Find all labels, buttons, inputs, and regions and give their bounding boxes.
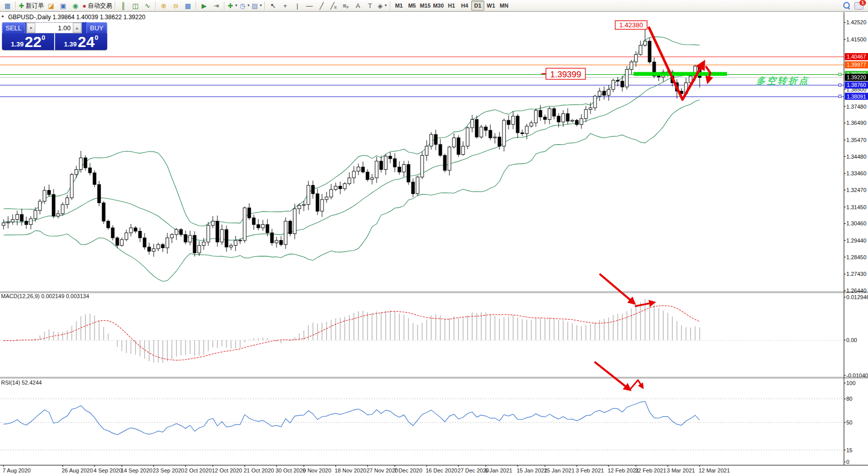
volume-decrease-button[interactable]: ▼ [27, 23, 35, 33]
timeframe-button-d1[interactable]: D1 [471, 1, 484, 11]
fibonacci-icon[interactable]: ≡F [340, 1, 352, 11]
notification-count-badge: 1 [859, 0, 866, 6]
line-handle[interactable] [839, 84, 841, 86]
text-tool-icon: A [356, 3, 360, 9]
svg-text:15: 15 [846, 447, 852, 453]
bar-chart-icon[interactable]: ║ [117, 1, 129, 11]
peak-price-label[interactable]: 1.42380 [615, 21, 647, 29]
support-zone-band[interactable] [633, 72, 727, 76]
sell-price[interactable]: 1.39 22 0 [2, 33, 54, 50]
shapes-button[interactable]: ◈▾ [376, 1, 388, 11]
rsi-line [4, 401, 700, 435]
add-indicator-button: ✚ [227, 3, 233, 9]
dropdown-caret-icon[interactable]: ▾ [260, 4, 262, 8]
zoom-in-icon[interactable]: ⊕ [158, 1, 170, 11]
svg-text:1.34480: 1.34480 [846, 154, 866, 160]
line-handle[interactable] [839, 73, 841, 76]
sell-price-pip: 0 [41, 34, 45, 41]
auto-scroll-icon: ▶ [202, 3, 207, 9]
new-chart-icon[interactable]: ▦ [2, 1, 14, 11]
price-chart[interactable]: 1.425201.415001.385001.374801.364901.354… [0, 0, 868, 474]
dropdown-caret-icon[interactable]: ▾ [247, 4, 249, 8]
horizontal-line-objects[interactable] [0, 57, 844, 97]
chart-shift-icon[interactable]: ⇥ [210, 1, 222, 11]
new-chart-icon: ▦ [5, 3, 11, 9]
svg-text:3 Feb 2021: 3 Feb 2021 [576, 467, 604, 473]
main-toolbar: ▦✚新订单◪▣◉●自动交易║◫∿⊕⊖▩▶⇥✚▾◷▾▨▾↖+|—╱╱E≡FAT◈▾… [0, 0, 868, 12]
candlestick-chart-icon: ◫ [132, 3, 139, 9]
cursor-icon[interactable]: ↖ [267, 1, 279, 11]
trendline-icon[interactable]: ╱ [315, 1, 328, 11]
time-axis[interactable]: 7 Aug 202026 Aug 20204 Sep 202014 Sep 20… [0, 465, 868, 473]
crosshair-icon[interactable]: + [279, 1, 291, 11]
line-handle[interactable] [839, 95, 841, 98]
support-price-label[interactable]: 1.39399 [541, 68, 585, 79]
indicator-axis: 0.0129460.00-0.0104011008050150 [844, 294, 868, 465]
svg-text:50: 50 [846, 419, 852, 425]
buy-price-main: 1.39 [64, 40, 77, 48]
svg-text:1.35470: 1.35470 [846, 137, 866, 143]
svg-text:1.33460: 1.33460 [846, 170, 866, 176]
search-icon[interactable] [843, 2, 850, 9]
candlestick-chart-icon[interactable]: ◫ [129, 1, 142, 11]
tile-windows-icon: ▩ [185, 3, 191, 9]
buy-button[interactable]: BUY [86, 22, 107, 33]
svg-text:1.38091: 1.38091 [847, 93, 866, 100]
zoom-out-icon[interactable]: ⊖ [170, 1, 182, 11]
period-clock-button[interactable]: ◷▾ [239, 1, 251, 11]
volume-input[interactable] [35, 23, 73, 33]
notifications-icon[interactable]: 1 [854, 2, 863, 10]
candlesticks [2, 25, 701, 257]
svg-text:1.31450: 1.31450 [846, 204, 866, 210]
svg-text:1.42520: 1.42520 [846, 19, 866, 25]
svg-text:0.012946: 0.012946 [846, 294, 868, 300]
vertical-line-icon[interactable]: | [291, 1, 303, 11]
tile-windows-icon[interactable]: ▩ [182, 1, 194, 11]
turning-point-note[interactable]: 多空转折点 [756, 76, 809, 86]
text-tool-icon[interactable]: A [352, 1, 364, 11]
horizontal-line-icon[interactable]: — [303, 1, 315, 11]
sell-button[interactable]: SELL [2, 22, 25, 33]
trendline-icon: ╱ [319, 3, 324, 9]
dropdown-caret-icon[interactable]: ▾ [385, 4, 387, 8]
buy-price[interactable]: 1.39 24 0 [55, 33, 107, 50]
timeframe-button-w1[interactable]: W1 [484, 1, 497, 11]
sell-price-main: 1.39 [11, 40, 24, 48]
price-axis[interactable]: 1.425201.415001.385001.374801.364901.354… [839, 12, 868, 465]
dropdown-caret-icon[interactable]: ▾ [235, 4, 237, 8]
line-chart-icon[interactable]: ∿ [142, 1, 154, 11]
highlighter-icon[interactable]: ◪ [45, 1, 57, 11]
line-chart-icon: ∿ [145, 3, 150, 9]
volume-increase-button[interactable]: ▲ [73, 23, 81, 33]
add-indicator-button[interactable]: ✚▾ [226, 1, 239, 11]
toolbar-separator [155, 2, 156, 10]
svg-text:100: 100 [846, 380, 855, 386]
timeframe-button-mn[interactable]: MN [497, 1, 511, 11]
svg-text:1.42380: 1.42380 [619, 21, 643, 29]
auto-scroll-icon[interactable]: ▶ [198, 1, 210, 11]
trend-arrows-main[interactable] [649, 27, 710, 100]
timeframe-button-m15[interactable]: M15 [419, 1, 432, 11]
auto-trading-button[interactable]: ●自动交易 [81, 1, 113, 11]
market-watch-icon[interactable]: ▣ [57, 1, 69, 11]
label-tool-icon[interactable]: T [364, 1, 376, 11]
zoom-in-icon: ⊕ [161, 3, 166, 9]
timeframe-button-m1[interactable]: M1 [392, 1, 405, 11]
collapse-chart-icon[interactable]: ▴ [2, 13, 4, 18]
templates-button[interactable]: ▨▾ [251, 1, 263, 11]
svg-text:7 Dec 2020: 7 Dec 2020 [394, 467, 422, 473]
channel-icon[interactable]: ╱E [328, 1, 340, 11]
svg-text:1.30460: 1.30460 [846, 220, 866, 226]
signals-icon[interactable]: ◉ [69, 1, 81, 11]
timeframe-button-m30[interactable]: M30 [432, 1, 445, 11]
svg-text:1.40467: 1.40467 [847, 54, 866, 60]
timeframe-button-h1[interactable]: H1 [445, 1, 458, 11]
svg-text:26 Aug 2020: 26 Aug 2020 [62, 467, 93, 473]
new-order-button[interactable]: ✚新订单 [18, 1, 45, 11]
svg-text:1.29440: 1.29440 [846, 238, 866, 244]
timeframe-button-h4[interactable]: H4 [458, 1, 471, 11]
trend-arrows-rsi[interactable] [595, 362, 642, 390]
panel-separators[interactable] [0, 292, 868, 378]
chart-shift-icon: ⇥ [213, 3, 219, 9]
timeframe-button-m5[interactable]: M5 [405, 1, 419, 11]
